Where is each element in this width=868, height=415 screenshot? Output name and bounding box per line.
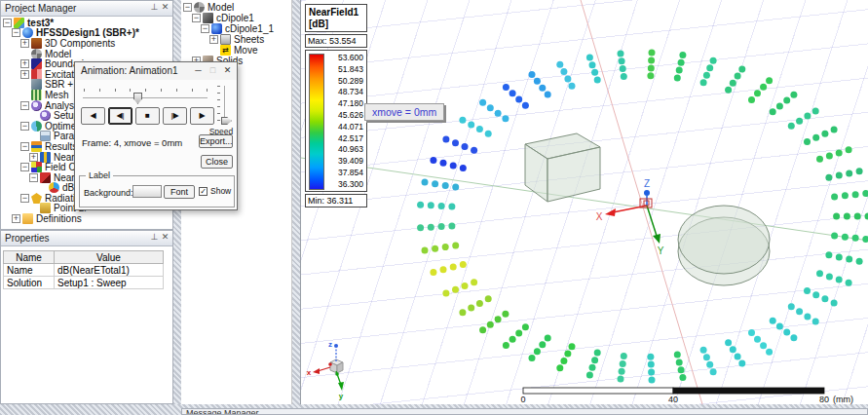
tree-item-hfssdesign1-sbr[interactable]: −HFSSDesign1 (SBR+)* <box>1 28 172 39</box>
collapse-toggle-icon[interactable]: − <box>3 19 12 27</box>
expand-toggle-icon[interactable]: + <box>29 153 38 162</box>
field-dot <box>766 349 773 356</box>
expand-toggle-icon[interactable]: + <box>20 70 29 79</box>
frame-slider-thumb[interactable] <box>133 93 142 104</box>
property-row[interactable]: SolutionSetup1 : Sweep <box>4 277 164 289</box>
expand-toggle-icon[interactable]: + <box>20 39 29 48</box>
close-icon[interactable]: ✕ <box>220 65 235 75</box>
tree-item-model[interactable]: −Model <box>181 2 291 13</box>
field-dot <box>487 104 494 111</box>
export-button[interactable]: Export... <box>199 134 233 148</box>
collapse-toggle-icon[interactable]: − <box>29 173 38 182</box>
field-dot <box>738 360 745 367</box>
ruler-tick-0: 0 <box>520 395 525 404</box>
close-button[interactable]: Close <box>201 155 233 169</box>
nearfieldfolder-icon <box>40 172 51 183</box>
box-solid[interactable] <box>525 133 600 202</box>
field-dot <box>796 308 803 315</box>
property-name-cell[interactable]: Name <box>4 264 55 277</box>
collapse-toggle-icon[interactable]: − <box>20 163 29 171</box>
property-value-cell[interactable]: Setup1 : Sweep <box>55 277 164 289</box>
field-dot <box>776 323 783 330</box>
collapse-toggle-icon[interactable]: − <box>201 24 209 33</box>
triad-z-label: z <box>328 340 332 349</box>
animation-dialog-titlebar[interactable]: Animation: Animation1 ─□✕ <box>75 62 237 80</box>
model-icon <box>194 2 205 13</box>
sbr-icon <box>31 79 42 90</box>
collapse-toggle-icon[interactable]: − <box>20 122 29 131</box>
mesh-icon <box>31 90 42 100</box>
expand-toggle-icon[interactable]: + <box>209 35 218 44</box>
tree-item-label: HFSSDesign1 (SBR+)* <box>36 27 139 38</box>
field-dot <box>442 289 449 296</box>
tree-item-3d-components[interactable]: +3D Components <box>1 38 172 49</box>
property-row[interactable]: NamedB(NearETotal1) <box>4 264 164 277</box>
setup-icon <box>40 110 51 121</box>
step-forward-button[interactable]: |▶ <box>163 107 187 125</box>
field-dot <box>462 283 469 289</box>
field-dot <box>825 251 832 258</box>
play-forward-button[interactable]: ▶ <box>190 107 214 125</box>
close-icon[interactable]: ✕ <box>160 232 170 242</box>
field-dot <box>452 139 459 146</box>
field-dot <box>760 342 767 349</box>
field-dot <box>620 360 626 367</box>
field-dot <box>594 77 601 84</box>
tree-item-model[interactable]: Model <box>1 49 172 59</box>
property-name-cell[interactable]: Solution <box>4 277 55 289</box>
collapse-toggle-icon[interactable]: − <box>20 101 29 110</box>
minimize-icon[interactable]: ─ <box>191 65 206 75</box>
project-manager-header: Project Manager ⊥✕ <box>1 1 172 17</box>
collapse-toggle-icon[interactable]: − <box>183 3 192 12</box>
tree-item-sheets[interactable]: +Sheets <box>181 34 291 45</box>
field-dot <box>730 346 736 353</box>
collapse-toggle-icon[interactable]: − <box>12 28 20 37</box>
field-dot <box>678 59 685 66</box>
close-icon[interactable]: ✕ <box>160 2 170 12</box>
field-dot <box>495 316 502 322</box>
expand-toggle-icon[interactable]: + <box>20 59 29 68</box>
collapse-toggle-icon[interactable]: − <box>20 194 29 203</box>
field-dot <box>591 69 598 76</box>
play-reverse-button[interactable]: ◀ <box>81 107 105 125</box>
tree-item-cdipole1[interactable]: −cDipole1 <box>181 13 291 23</box>
tree-item-move[interactable]: ⇄Move <box>181 45 291 56</box>
expand-toggle-icon[interactable]: + <box>12 214 20 223</box>
background-color-button[interactable] <box>132 185 162 198</box>
field-dot <box>754 90 761 96</box>
stop-button[interactable]: ■ <box>135 107 160 125</box>
collapse-toggle-icon[interactable]: − <box>192 14 201 22</box>
font-button[interactable]: Font <box>164 185 195 199</box>
xmove-annotation[interactable]: xmove = 0mm <box>364 103 444 121</box>
step-back-button[interactable]: ◀| <box>108 107 132 125</box>
field-dot <box>545 92 551 98</box>
message-manager-bar[interactable]: Message Manager <box>181 408 868 415</box>
field-dot <box>821 295 828 302</box>
legend-min: Min: 36.311 <box>305 194 367 208</box>
field-dot <box>471 279 477 285</box>
tree-item-cdipole1-1[interactable]: −cDipole1_1 <box>181 23 291 34</box>
property-value-cell[interactable]: dB(NearETotal1) <box>55 264 164 277</box>
field-dot <box>422 179 429 186</box>
properties-column-header: Name <box>4 251 55 264</box>
panel-splitter-vertical[interactable] <box>292 0 300 404</box>
maximize-icon[interactable]: □ <box>206 65 220 75</box>
collapse-toggle-icon[interactable]: − <box>20 142 29 151</box>
properties-table: NameValue NamedB(NearETotal1)SolutionSet… <box>3 250 164 289</box>
field-dot <box>846 146 852 153</box>
checkbox-icon[interactable]: ✓ <box>199 187 208 196</box>
tree-item-test3[interactable]: −test3* <box>1 18 172 28</box>
pin-icon[interactable]: ⊥ <box>149 2 160 12</box>
viewport-canvas[interactable]: X Y Z x y <box>301 0 868 404</box>
speed-slider-thumb[interactable] <box>221 117 232 125</box>
field-dot <box>485 131 492 137</box>
field-dot <box>438 203 445 209</box>
frame-slider-track[interactable] <box>83 97 208 99</box>
field-dot <box>468 305 474 312</box>
3d-modeler-viewport[interactable]: X Y Z x y <box>300 0 868 404</box>
cylinder-solid[interactable] <box>678 206 770 285</box>
pin-icon[interactable]: ⊥ <box>149 232 160 242</box>
tree-item-definitions[interactable]: +Definitions <box>1 213 172 224</box>
animation-dialog[interactable]: Animation: Animation1 ─□✕ ◀◀|■|▶▶ Speed … <box>74 61 238 210</box>
show-checkbox[interactable]: ✓ Show <box>199 186 231 196</box>
